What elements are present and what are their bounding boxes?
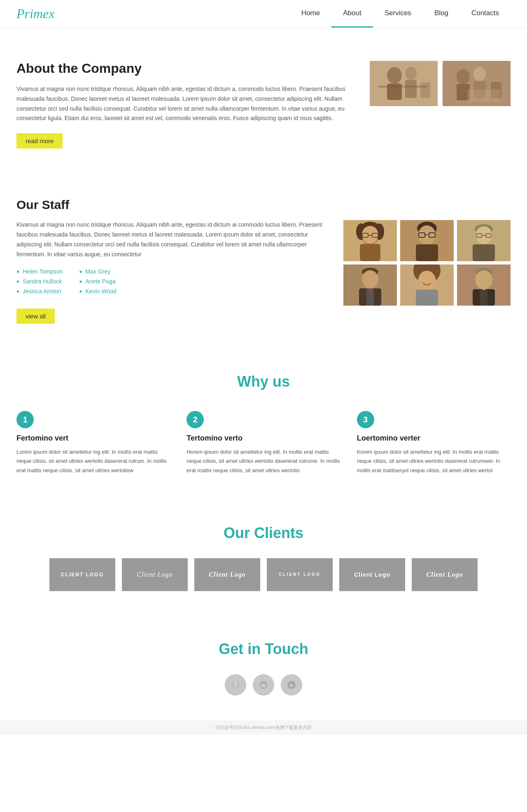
about-section: About the Company Vivamus at magna non n… [0,28,527,173]
staff-member-4: Max Grey [79,268,116,275]
staff-member-2: Sandra Hullock [16,278,63,285]
svg-point-54 [475,270,492,289]
social-icon-2[interactable]: tw [253,674,274,696]
why-heading-2: Tertomino verto [187,434,340,443]
svg-point-3 [405,67,417,80]
nav-contacts[interactable]: Contacts [460,0,511,28]
why-number-2: 2 [187,411,204,428]
view-all-button[interactable]: view all [16,309,55,324]
svg-rect-15 [467,90,500,102]
staff-section: Our Staff Kivamus at magna non nunc tris… [0,173,527,348]
why-heading-3: Loertomino verter [357,434,511,443]
social-icon-3[interactable]: in [281,674,302,696]
nav-blog[interactable]: Blog [423,0,460,28]
clients-section: Our Clients CLIENT LOGO Client Logo Clie… [0,500,527,616]
svg-point-21 [362,226,378,244]
about-body: Vivamus at magna non nunc tristique rhon… [16,84,353,123]
staff-member-5: Anete Puga [79,278,116,285]
client-logo-1: CLIENT LOGO [49,558,115,591]
why-number-3: 3 [357,411,374,428]
staff-photo-5 [400,264,454,306]
staff-photo-1 [343,220,397,261]
logo: Primex [16,6,54,21]
svg-rect-4 [405,80,417,98]
staff-list: Helen Tompson Sandra Hullock Jessica Ari… [16,268,327,298]
svg-point-50 [418,271,436,290]
watermark: 访问血号社区bbs.xieniao.com免费下载更多内容 [0,720,527,735]
why-grid: 1 Fertomino vert Lorem ipsum dolor sit a… [16,411,511,475]
get-in-touch-section: Get in Touch f tw in [0,616,527,720]
staff-list-right: Max Grey Anete Puga Kevin Wood [79,268,116,298]
social-icons: f tw in [16,674,511,696]
staff-title: Our Staff [16,198,511,212]
svg-rect-6 [420,82,430,98]
why-item-3: 3 Loertomino verter Korem ipsum dolor si… [357,411,511,475]
staff-body: Kivamus at magna non nunc tristique rhon… [16,220,327,259]
svg-rect-51 [416,290,438,306]
nav-services[interactable]: Services [373,0,423,28]
staff-photo-2 [400,220,454,261]
staff-member-3: Jessica Ariston [16,288,63,295]
svg-text:in: in [290,683,293,688]
svg-point-9 [457,69,470,84]
why-us-title: Why us [16,373,511,390]
staff-photo-6 [457,264,511,306]
about-image-1 [370,61,438,106]
why-body-1: Lorem ipsum dolor sit amettetur ing elit… [16,448,170,475]
watermark-text: 访问血号社区bbs.xieniao.com免费下载更多内容 [215,725,312,730]
why-item-2: 2 Tertomino verto Horem ipsum dolor sit … [187,411,340,475]
staff-left: Kivamus at magna non nunc tristique rhon… [16,220,327,324]
svg-rect-56 [480,289,487,306]
staff-photo-3 [457,220,511,261]
svg-text:tw: tw [261,683,266,688]
read-more-button[interactable]: read more [16,133,63,148]
nav-links: Home About Services Blog Contacts [290,0,511,28]
why-body-3: Korem ipsum dolor sit amettetur ing elit… [357,448,511,475]
staff-photo-grid [343,220,511,306]
why-us-section: Why us 1 Fertomino vert Lorem ipsum dolo… [0,348,527,499]
svg-rect-32 [416,244,438,261]
about-text: About the Company Vivamus at magna non n… [16,61,353,148]
svg-point-5 [420,71,430,82]
about-images [370,61,511,106]
why-body-2: Horem ipsum dolor sit amettetur ing elit… [187,448,340,475]
svg-point-11 [473,67,486,81]
client-logo-2: Client Logo [122,558,188,591]
clients-title: Our Clients [16,524,511,542]
clients-logos: CLIENT LOGO Client Logo Client Logo CLIE… [16,558,511,591]
svg-rect-25 [360,244,380,261]
client-logo-4: CLIENT LOGO [267,558,333,591]
why-number-1: 1 [16,411,34,428]
about-title: About the Company [16,61,353,76]
nav-about[interactable]: About [331,0,373,28]
why-heading-1: Fertomino vert [16,434,170,443]
client-logo-5: Client Logo [339,558,405,591]
staff-member-1: Helen Tompson [16,268,63,275]
svg-text:f: f [235,682,236,688]
staff-member-6: Kevin Wood [79,288,116,295]
svg-point-1 [387,67,402,84]
social-icon-1[interactable]: f [225,674,246,696]
svg-point-42 [362,270,378,288]
about-image-2 [443,61,511,106]
navigation: Primex Home About Services Blog Contacts [0,0,527,28]
why-item-1: 1 Fertomino vert Lorem ipsum dolor sit a… [16,411,170,475]
nav-home[interactable]: Home [290,0,331,28]
staff-content: Kivamus at magna non nunc tristique rhon… [16,220,511,324]
svg-point-13 [491,70,501,82]
svg-rect-39 [473,244,495,261]
client-logo-6: Client Logo [412,558,478,591]
staff-list-left: Helen Tompson Sandra Hullock Jessica Ari… [16,268,63,298]
client-logo-3: Client Logo [194,558,260,591]
svg-rect-7 [378,86,427,88]
staff-photo-4 [343,264,397,306]
touch-title: Get in Touch [16,640,511,658]
